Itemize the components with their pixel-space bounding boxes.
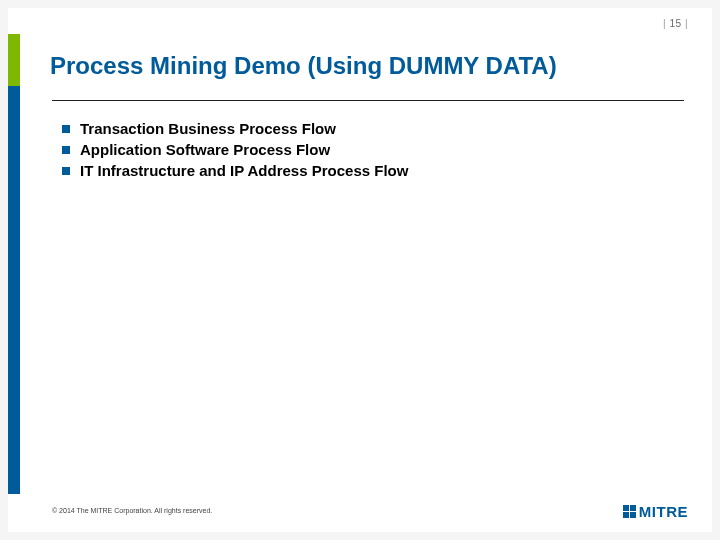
accent-bar-side — [8, 86, 20, 494]
list-item: Transaction Business Process Flow — [62, 120, 672, 137]
bullet-text: Application Software Process Flow — [80, 141, 330, 158]
slide-title: Process Mining Demo (Using DUMMY DATA) — [50, 52, 682, 81]
logo-text: MITRE — [639, 503, 688, 520]
list-item: Application Software Process Flow — [62, 141, 672, 158]
page-number: | 15 | — [663, 18, 688, 29]
bullet-text: Transaction Business Process Flow — [80, 120, 336, 137]
logo-squares-icon — [623, 505, 636, 518]
page-number-value: 15 — [669, 18, 681, 29]
bullet-icon — [62, 167, 70, 175]
list-item: IT Infrastructure and IP Address Process… — [62, 162, 672, 179]
copyright-text: © 2014 The MITRE Corporation. All rights… — [52, 507, 212, 514]
bullet-list: Transaction Business Process Flow Applic… — [62, 120, 672, 183]
bullet-text: IT Infrastructure and IP Address Process… — [80, 162, 408, 179]
bullet-icon — [62, 125, 70, 133]
slide: | 15 | Process Mining Demo (Using DUMMY … — [8, 8, 712, 532]
bullet-icon — [62, 146, 70, 154]
accent-bar-top — [8, 34, 20, 86]
mitre-logo: MITRE — [623, 502, 688, 520]
title-rule — [52, 100, 684, 101]
